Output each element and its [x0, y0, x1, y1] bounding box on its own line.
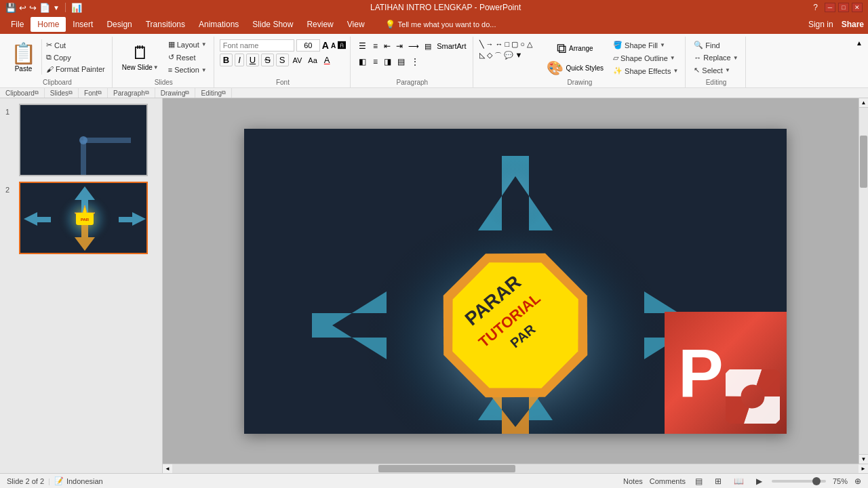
menu-item-review[interactable]: Review — [300, 17, 340, 32]
close-button[interactable]: ✕ — [852, 3, 863, 12]
comments-button[interactable]: Comments — [650, 477, 686, 485]
fit-slide-button[interactable]: ⊕ — [854, 476, 861, 486]
bullet-list-button[interactable]: ☰ — [356, 39, 369, 53]
shape-effects-dropdown[interactable]: ▼ — [673, 68, 678, 74]
font-section-footer[interactable]: Font ⧉ — [79, 88, 108, 98]
shape-fill-dropdown[interactable]: ▼ — [660, 42, 665, 48]
scroll-track-v[interactable] — [859, 108, 868, 454]
collapse-ribbon-button[interactable]: ▲ — [853, 38, 865, 48]
underline-button[interactable]: U — [246, 54, 259, 66]
menu-item-slideshow[interactable]: Slide Show — [245, 17, 300, 32]
slide-thumbnail-1[interactable] — [19, 104, 148, 176]
undo-icon[interactable]: ↩ — [19, 3, 26, 13]
callout-shape[interactable]: 💬 — [503, 50, 514, 62]
view-reading-button[interactable]: 📖 — [731, 475, 747, 487]
clipboard-section-footer[interactable]: Clipboard ⧉ — [0, 88, 45, 98]
print-preview-icon[interactable]: 📄 — [39, 3, 50, 13]
section-button[interactable]: ≡ Section ▼ — [165, 64, 210, 75]
scroll-thumb-v[interactable] — [860, 136, 867, 188]
char-spacing-button[interactable]: AV — [291, 56, 304, 65]
font-size-increase-icon[interactable]: A — [322, 40, 329, 51]
view-normal-button[interactable]: ▤ — [692, 475, 705, 487]
font-name-input[interactable] — [220, 39, 294, 52]
customize-icon[interactable]: ▼ — [53, 4, 60, 12]
shape-fill-button[interactable]: 🪣 Shape Fill ▼ — [610, 39, 681, 51]
help-icon[interactable]: ? — [809, 3, 822, 12]
more-shapes-icon[interactable]: ▼ — [515, 50, 524, 62]
shape-outline-dropdown[interactable]: ▼ — [670, 55, 675, 61]
oval-shape[interactable]: ○ — [519, 39, 526, 49]
copy-button[interactable]: ⧉ Copy — [43, 52, 108, 63]
align-right-button[interactable]: ◨ — [382, 56, 393, 68]
menu-item-design[interactable]: Design — [100, 17, 138, 32]
menu-item-transitions[interactable]: Transitions — [139, 17, 192, 32]
new-slide-button[interactable]: 🗒 New Slide ▼ — [118, 41, 163, 73]
sign-in-button[interactable]: Sign in — [808, 20, 833, 29]
align-left-button[interactable]: ◧ — [356, 55, 369, 68]
menu-item-home[interactable]: Home — [31, 17, 66, 32]
shape-effects-button[interactable]: ✨ Shape Effects ▼ — [610, 65, 681, 77]
align-center-button[interactable]: ≡ — [371, 56, 380, 68]
minimize-button[interactable]: ─ — [825, 3, 835, 12]
text-shadow-button[interactable]: S — [276, 54, 289, 66]
select-button[interactable]: ↖ Select ▼ — [691, 64, 741, 76]
save-icon[interactable]: 💾 — [5, 3, 16, 13]
justify-button[interactable]: ▤ — [395, 56, 407, 68]
share-button[interactable]: Share — [842, 20, 864, 29]
strikethrough-button[interactable]: S — [261, 54, 274, 66]
right-triangle-shape[interactable]: ◺ — [479, 50, 486, 62]
line-shape[interactable]: ╲ — [479, 39, 485, 49]
menu-item-file[interactable]: File — [4, 17, 31, 32]
maximize-button[interactable]: □ — [838, 3, 849, 12]
clear-formatting-icon[interactable]: 🅰 — [338, 41, 346, 50]
zoom-thumb[interactable] — [812, 477, 821, 485]
numbered-list-button[interactable]: ≡ — [370, 39, 380, 53]
slides-section-footer[interactable]: Slides ⧉ — [45, 88, 79, 98]
align-text-button[interactable]: ▤ — [422, 41, 433, 52]
font-size-decrease-icon[interactable]: A — [331, 42, 336, 49]
redo-icon[interactable]: ↪ — [29, 3, 37, 13]
paste-button[interactable]: 📋 Paste — [7, 39, 42, 75]
cut-button[interactable]: ✂ Cut — [43, 39, 108, 51]
format-painter-button[interactable]: 🖌 Format Painter — [43, 64, 108, 75]
scroll-thumb-h[interactable] — [378, 465, 515, 472]
new-slide-dropdown-icon[interactable]: ▼ — [153, 64, 159, 70]
font-size-input[interactable]: 60 — [296, 39, 320, 52]
editing-section-footer[interactable]: Editing ⧉ — [195, 88, 232, 98]
slide-canvas[interactable]: Bikin Intro Pembuka Pakai PowerPoint — [244, 129, 787, 434]
shape-outline-button[interactable]: ▱ Shape Outline ▼ — [610, 52, 681, 64]
reset-button[interactable]: ↺ Reset — [165, 52, 210, 63]
arc-shape[interactable]: ⌒ — [494, 50, 502, 62]
view-slide-sorter-button[interactable]: ⊞ — [712, 475, 724, 487]
replace-dropdown[interactable]: ▼ — [733, 55, 738, 61]
arrange-button[interactable]: ⧉ Arrange — [542, 39, 608, 58]
layout-button[interactable]: ▦ Layout ▼ — [165, 39, 210, 50]
arrow-shape[interactable]: → — [486, 39, 494, 49]
scroll-up-button[interactable]: ▲ — [859, 98, 868, 108]
convert-smartart-button[interactable]: SmartArt — [435, 41, 468, 52]
increase-indent-button[interactable]: ⇥ — [394, 40, 405, 52]
italic-button[interactable]: I — [235, 54, 244, 66]
select-dropdown[interactable]: ▼ — [725, 67, 730, 73]
tell-me-box[interactable]: 💡 Tell me what you want to do... — [385, 20, 496, 29]
menu-item-view[interactable]: View — [340, 17, 372, 32]
replace-button[interactable]: ↔ Replace ▼ — [691, 52, 741, 63]
text-direction-button[interactable]: ⟶ — [406, 41, 421, 52]
scroll-left-button[interactable]: ◄ — [163, 464, 172, 473]
font-color-button[interactable]: A — [321, 54, 333, 66]
scroll-right-button[interactable]: ► — [859, 464, 868, 473]
menu-item-animations[interactable]: Animations — [192, 17, 245, 32]
rounded-rect-shape[interactable]: ▢ — [511, 39, 519, 49]
rect-shape[interactable]: □ — [505, 39, 511, 49]
paragraph-section-footer[interactable]: Paragraph ⧉ — [108, 88, 155, 98]
diamond-shape[interactable]: ◇ — [486, 50, 493, 62]
triangle-shape[interactable]: △ — [526, 39, 533, 49]
double-arrow-shape[interactable]: ↔ — [495, 39, 504, 49]
change-case-button[interactable]: Aa — [306, 56, 319, 65]
decrease-indent-button[interactable]: ⇤ — [382, 40, 393, 52]
scroll-down-button[interactable]: ▼ — [859, 454, 868, 464]
scroll-track-h[interactable] — [172, 464, 859, 473]
view-slideshow-button[interactable]: ▶ — [753, 475, 765, 487]
slide-thumbnail-2[interactable]: PAR — [19, 182, 148, 254]
column-spacing-button[interactable]: ⋮ — [409, 56, 421, 68]
